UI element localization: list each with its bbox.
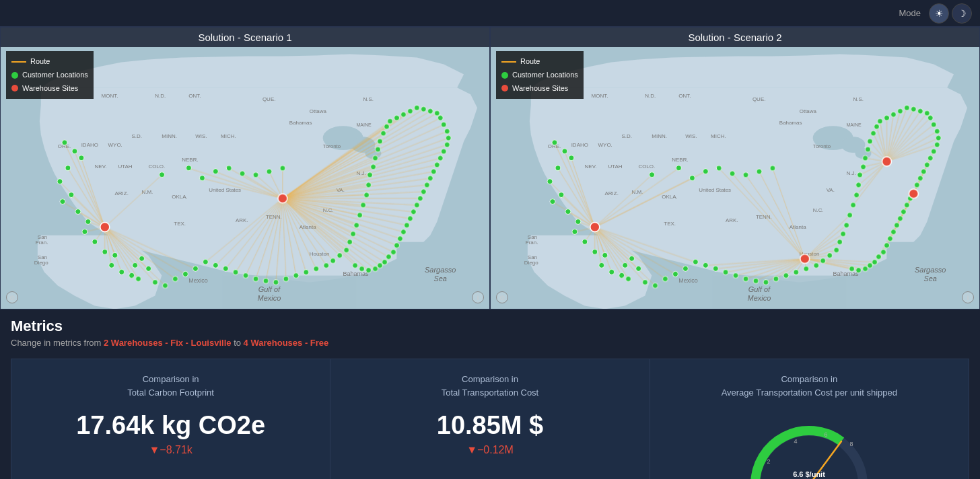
svg-point-429 [763,280,769,285]
metric-card-transport: Comparison in Total Transportation Cost … [330,359,649,479]
svg-point-220 [427,176,433,181]
svg-point-476 [894,223,899,228]
svg-point-163 [129,273,134,279]
svg-point-187 [337,253,343,258]
svg-point-458 [917,108,923,114]
svg-point-235 [372,266,378,272]
svg-point-407 [582,239,588,245]
svg-text:Sea: Sea [433,274,447,283]
info-icon-2[interactable]: i [962,291,974,303]
svg-text:Gulf of: Gulf of [748,285,771,293]
svg-point-222 [421,189,426,194]
svg-point-457 [911,106,916,112]
transport-change: ▼−0.12M [466,444,514,456]
svg-point-419 [662,277,668,282]
svg-point-405 [575,219,581,225]
svg-point-231 [390,250,396,255]
route-line-icon-1 [11,61,26,63]
svg-text:ARIZ.: ARIZ. [115,190,129,196]
svg-text:Toronto: Toronto [813,143,831,149]
svg-point-221 [424,182,429,188]
carbon-change: ▼−8.71k [149,444,193,456]
svg-point-182 [293,273,299,279]
svg-text:NEBR.: NEBR. [672,157,688,163]
svg-point-414 [629,256,634,262]
avg-cost-card-title: Comparison in Average Transportation Cos… [722,373,897,399]
gauge-container: 0 2 4 6 8 10 6.6 $/unit [742,418,876,479]
svg-text:Bahamas: Bahamas [833,270,859,277]
svg-point-212 [441,122,446,127]
svg-point-173 [203,260,208,265]
info-icon-1[interactable]: i [472,291,484,303]
svg-point-199 [375,147,380,152]
gauge-svg: 0 2 4 6 8 10 6.6 $/unit [742,418,876,479]
dark-mode-button[interactable]: ☽ [952,3,972,24]
svg-point-433 [804,266,809,272]
svg-point-465 [931,149,936,154]
svg-point-153 [69,192,74,198]
svg-point-446 [860,164,866,170]
svg-point-170 [172,277,178,282]
svg-point-438 [837,239,843,245]
svg-point-436 [827,253,833,258]
svg-point-497 [882,157,891,166]
svg-point-487 [649,172,654,178]
svg-point-224 [414,202,419,208]
svg-text:Fran.: Fran. [36,239,48,246]
svg-point-192 [357,213,363,218]
svg-text:Ottawa: Ottawa [310,108,327,114]
svg-point-226 [407,216,413,221]
customer-dot-icon-2 [501,72,508,79]
svg-point-453 [884,115,889,120]
svg-point-229 [397,236,403,242]
svg-point-210 [434,110,440,116]
svg-point-464 [934,142,940,147]
svg-point-415 [635,266,641,272]
maps-row: Solution - Scenario 1 Route Customer Loc… [0,27,980,309]
svg-point-236 [366,268,372,273]
carbon-card-title: Comparison in Total Carbon Footprint [127,373,214,399]
route-line-icon-2 [501,61,516,63]
customer-dot-icon-1 [11,72,18,79]
svg-point-155 [75,209,81,215]
svg-point-493 [743,172,748,178]
svg-text:WYO.: WYO. [108,142,123,148]
svg-point-489 [689,176,695,181]
svg-point-239 [159,172,164,178]
svg-point-473 [904,202,909,208]
svg-text:Fran.: Fran. [526,239,538,246]
svg-text:Sargasso: Sargasso [915,266,946,274]
svg-point-156 [85,219,91,225]
svg-point-247 [280,165,285,171]
svg-point-466 [928,155,933,161]
svg-point-401 [569,155,574,161]
svg-point-411 [609,270,615,275]
svg-point-400 [547,179,553,184]
legend-warehouse-1: Warehouse Sites [11,82,88,96]
svg-text:IDAHO: IDAHO [571,142,588,148]
svg-point-209 [427,108,433,114]
svg-text:MONT.: MONT. [592,93,608,99]
metrics-subtitle: Change in metrics from 2 Warehouses - Fi… [11,338,969,348]
svg-text:N.D.: N.D. [155,93,166,99]
svg-text:TEX.: TEX. [174,221,186,227]
svg-point-454 [890,112,896,117]
svg-point-494 [757,169,762,174]
svg-text:Diego: Diego [34,260,48,266]
svg-point-425 [723,270,728,275]
light-mode-button[interactable]: ☀ [929,3,949,24]
svg-point-397 [552,140,557,145]
svg-point-206 [407,108,413,114]
svg-point-244 [240,171,245,176]
compass-icon-2: ⊙ [496,291,508,303]
svg-point-468 [921,169,926,174]
svg-point-474 [901,209,906,215]
svg-point-180 [273,280,279,285]
svg-point-475 [897,216,903,221]
svg-point-412 [619,273,624,279]
svg-point-161 [109,263,114,268]
svg-point-450 [870,131,876,136]
svg-text:Bahamas: Bahamas [343,270,369,277]
svg-point-219 [431,169,436,174]
svg-point-243 [226,165,232,171]
